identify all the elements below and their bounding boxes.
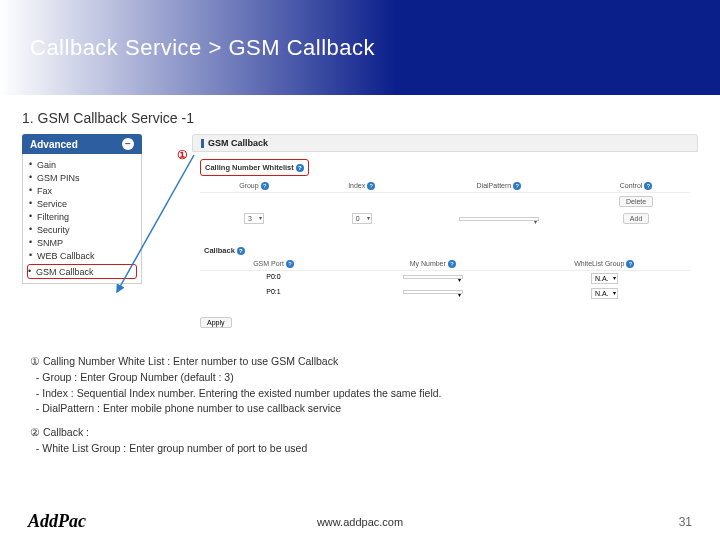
index-select[interactable]: 0 bbox=[352, 213, 372, 224]
wlg-select-0[interactable]: N.A. bbox=[591, 273, 618, 284]
sidebar-item-gsm-callback[interactable]: GSM Callback bbox=[27, 264, 137, 279]
site-url: www.addpac.com bbox=[317, 516, 403, 528]
explain-line-6: - White List Group : Enter group number … bbox=[36, 442, 307, 454]
col-index: Index? bbox=[308, 182, 416, 190]
callback-row-1: P0:1 N.A. bbox=[200, 286, 690, 301]
logo: AddPac bbox=[28, 511, 86, 532]
explain-line-1: ① Calling Number White List : Enter numb… bbox=[30, 354, 338, 370]
sidebar-item-security[interactable]: Security bbox=[29, 223, 135, 236]
explain-line-2: - Group : Enter Group Number (default : … bbox=[36, 371, 234, 383]
port-value: P0:1 bbox=[200, 288, 347, 299]
help-icon[interactable]: ? bbox=[644, 182, 652, 190]
callout-1: ① bbox=[177, 148, 188, 162]
sidebar-item-gain[interactable]: Gain bbox=[29, 158, 135, 171]
sidebar-title: Advanced bbox=[30, 139, 78, 150]
config-panel: GSM Callback Calling Number Whitelist? G… bbox=[192, 134, 698, 333]
whitelist-header-row: Group? Index? DialPattern? Control? bbox=[200, 180, 690, 193]
help-icon[interactable]: ? bbox=[513, 182, 521, 190]
help-icon[interactable]: ? bbox=[261, 182, 269, 190]
whitelist-section-title: Calling Number Whitelist? bbox=[200, 159, 309, 176]
callback-section-title: Callback? bbox=[200, 243, 249, 258]
sidebar-item-gsm-pins[interactable]: GSM PINs bbox=[29, 171, 135, 184]
whitelist-input-row: 3 0 Add bbox=[200, 210, 690, 227]
mynumber-input-0[interactable] bbox=[403, 275, 463, 279]
collapse-icon[interactable]: − bbox=[122, 138, 134, 150]
explain-line-4: - DialPattern : Enter mobile phone numbe… bbox=[36, 402, 341, 414]
help-icon[interactable]: ? bbox=[448, 260, 456, 268]
port-value: P0:0 bbox=[200, 273, 347, 284]
panel-title: GSM Callback bbox=[192, 134, 698, 152]
sidebar-body: Gain GSM PINs Fax Service Filtering Secu… bbox=[22, 154, 142, 284]
explain-line-3: - Index : Sequential Index number. Enter… bbox=[36, 387, 442, 399]
screenshot-area: Advanced − Gain GSM PINs Fax Service Fil… bbox=[22, 134, 698, 344]
page-footer: AddPac www.addpac.com 31 bbox=[0, 511, 720, 532]
apply-row: Apply bbox=[200, 311, 690, 329]
col-my-number: My Number? bbox=[347, 260, 519, 268]
col-control: Control? bbox=[582, 182, 690, 190]
sidebar-panel: Advanced − Gain GSM PINs Fax Service Fil… bbox=[22, 134, 142, 284]
col-group: Group? bbox=[200, 182, 308, 190]
sub-heading: 1. GSM Callback Service -1 bbox=[22, 110, 720, 126]
callback-header-row: GSM Port? My Number? WhiteList Group? bbox=[200, 258, 690, 271]
help-icon[interactable]: ? bbox=[626, 260, 634, 268]
page-header: Callback Service > GSM Callback bbox=[0, 0, 720, 95]
wlg-select-1[interactable]: N.A. bbox=[591, 288, 618, 299]
sidebar-item-snmp[interactable]: SNMP bbox=[29, 236, 135, 249]
help-icon[interactable]: ? bbox=[286, 260, 294, 268]
col-dialpattern: DialPattern? bbox=[416, 182, 583, 190]
add-button[interactable]: Add bbox=[623, 213, 649, 224]
sidebar-item-service[interactable]: Service bbox=[29, 197, 135, 210]
whitelist-label: Calling Number Whitelist bbox=[205, 163, 294, 172]
help-icon[interactable]: ? bbox=[367, 182, 375, 190]
sidebar-item-fax[interactable]: Fax bbox=[29, 184, 135, 197]
breadcrumb-title: Callback Service > GSM Callback bbox=[30, 35, 375, 61]
mynumber-input-1[interactable] bbox=[403, 290, 463, 294]
callback-section: Callback? GSM Port? My Number? WhiteList… bbox=[200, 239, 690, 301]
help-icon[interactable]: ? bbox=[237, 247, 245, 255]
col-whitelist-group: WhiteList Group? bbox=[519, 260, 691, 268]
page-number: 31 bbox=[679, 515, 692, 529]
sidebar-item-web-callback[interactable]: WEB Callback bbox=[29, 249, 135, 262]
col-gsm-port: GSM Port? bbox=[200, 260, 347, 268]
dialpattern-input[interactable] bbox=[459, 217, 539, 221]
sidebar-header[interactable]: Advanced − bbox=[22, 134, 142, 154]
delete-button[interactable]: Delete bbox=[619, 196, 653, 207]
explanation-block: ① Calling Number White List : Enter numb… bbox=[30, 354, 690, 457]
sidebar-item-filtering[interactable]: Filtering bbox=[29, 210, 135, 223]
apply-button[interactable]: Apply bbox=[200, 317, 232, 328]
whitelist-btn-row: Delete bbox=[200, 193, 690, 210]
panel-title-text: GSM Callback bbox=[208, 138, 268, 148]
help-icon[interactable]: ? bbox=[296, 164, 304, 172]
group-select[interactable]: 3 bbox=[244, 213, 264, 224]
explain-line-5: ② Callback : bbox=[30, 425, 89, 441]
callback-row-0: P0:0 N.A. bbox=[200, 271, 690, 286]
